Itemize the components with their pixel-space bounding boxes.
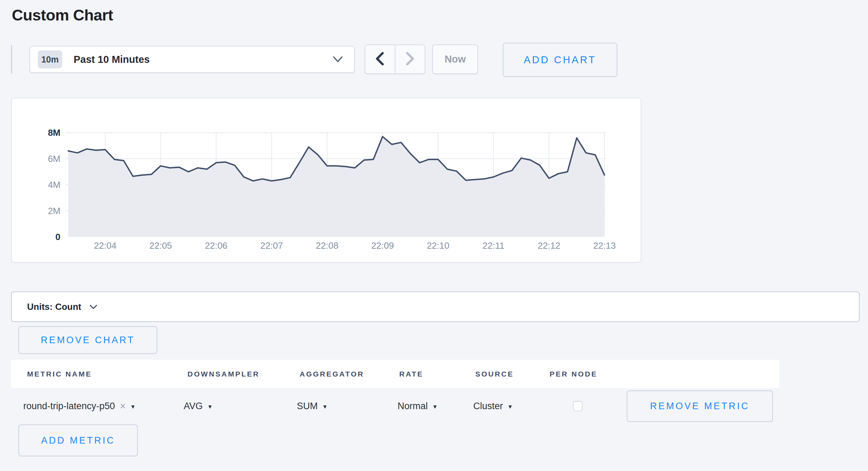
time-forward-button[interactable]	[395, 45, 425, 73]
x-axis-label: 22:12	[538, 240, 560, 251]
aggregator-value: SUM	[297, 400, 318, 411]
y-axis-label: 0	[56, 232, 60, 242]
custom-chart-page: Custom Chart 10m Past 10 Minutes Now ADD…	[0, 0, 868, 471]
column-header-aggregator: AGGREGATOR	[300, 370, 364, 378]
caret-down-icon: ▾	[208, 402, 212, 410]
time-range-label: Past 10 Minutes	[74, 54, 150, 65]
x-axis-label: 22:11	[483, 240, 504, 251]
now-button[interactable]: Now	[432, 44, 478, 74]
rate-value: Normal	[398, 400, 428, 411]
aggregator-select[interactable]: SUM ▾	[297, 400, 327, 411]
series-area	[68, 137, 605, 237]
toolbar-divider	[11, 45, 12, 74]
add-chart-button[interactable]: ADD CHART	[503, 43, 617, 77]
time-back-button[interactable]	[365, 45, 395, 73]
time-range-select[interactable]: 10m Past 10 Minutes	[30, 46, 355, 73]
caret-down-icon: ▾	[509, 402, 512, 410]
metric-name-value: round-trip-latency-p50	[23, 400, 115, 411]
caret-down-icon: ▾	[433, 402, 437, 410]
x-axis-label: 22:04	[94, 240, 116, 251]
column-header-metric-name: METRIC NAME	[27, 370, 92, 378]
time-range-badge: 10m	[38, 50, 62, 68]
units-select[interactable]: Units: Count	[11, 291, 860, 322]
y-axis-label: 6M	[48, 154, 60, 164]
x-axis-label: 22:13	[593, 240, 616, 251]
downsampler-select[interactable]: AVG ▾	[184, 400, 212, 411]
clear-metric-icon[interactable]: ×	[120, 400, 126, 412]
column-header-rate: RATE	[399, 370, 424, 378]
metric-row: round-trip-latency-p50 × ▾ AVG ▾ SUM ▾ N…	[11, 388, 779, 424]
line-chart[interactable]: 8M6M4M2M022:0422:0522:0622:0722:0822:092…	[12, 98, 641, 262]
time-pager	[365, 44, 425, 74]
per-node-checkbox[interactable]	[573, 401, 583, 411]
column-header-source: SOURCE	[475, 370, 514, 378]
chevron-right-icon	[403, 51, 417, 68]
remove-metric-button[interactable]: REMOVE METRIC	[627, 390, 773, 422]
metric-name-select[interactable]: round-trip-latency-p50 × ▾	[23, 400, 135, 412]
downsampler-value: AVG	[184, 400, 203, 411]
x-axis-label: 22:09	[371, 240, 394, 251]
y-axis-label: 8M	[48, 127, 60, 138]
chevron-down-icon	[332, 55, 344, 64]
remove-chart-button[interactable]: REMOVE CHART	[18, 326, 157, 354]
metrics-table-header: METRIC NAME DOWNSAMPLER AGGREGATOR RATE …	[11, 360, 779, 388]
source-select[interactable]: Cluster ▾	[473, 400, 512, 411]
column-header-per-node: PER NODE	[550, 370, 598, 378]
column-header-downsampler: DOWNSAMPLER	[187, 370, 260, 378]
y-axis-label: 2M	[48, 206, 60, 216]
add-metric-button[interactable]: ADD METRIC	[18, 424, 138, 456]
units-label: Units: Count	[27, 301, 81, 312]
caret-down-icon: ▾	[131, 402, 135, 410]
x-axis-label: 22:08	[316, 240, 339, 251]
chevron-left-icon	[373, 51, 386, 68]
page-title: Custom Chart	[12, 6, 113, 24]
source-value: Cluster	[473, 400, 503, 411]
x-axis-label: 22:10	[427, 240, 449, 251]
x-axis-label: 22:07	[260, 240, 283, 251]
x-axis-label: 22:06	[205, 240, 227, 251]
chart-card: 8M6M4M2M022:0422:0522:0622:0722:0822:092…	[11, 98, 641, 263]
chevron-down-icon	[89, 304, 98, 310]
y-axis-label: 4M	[48, 180, 60, 190]
rate-select[interactable]: Normal ▾	[398, 400, 437, 411]
x-axis-label: 22:05	[149, 240, 172, 251]
caret-down-icon: ▾	[323, 402, 327, 410]
